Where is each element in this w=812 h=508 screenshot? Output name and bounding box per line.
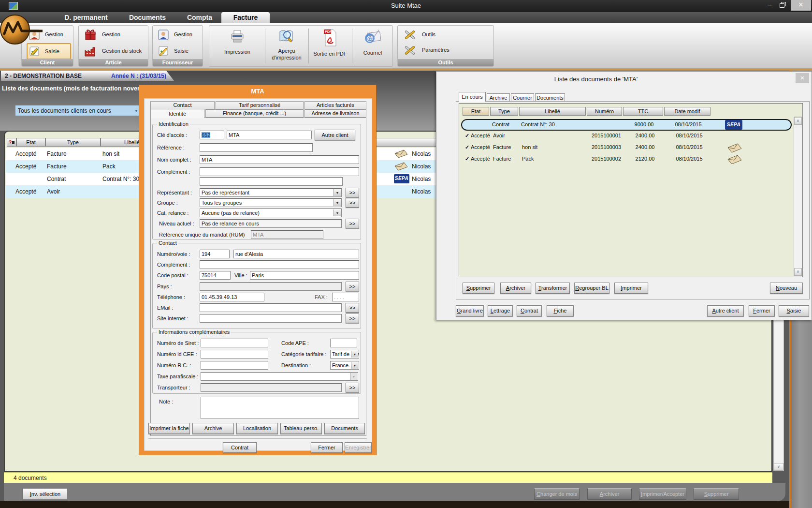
cle-acces-code-field[interactable]: 652 — [200, 131, 224, 139]
pdf-button[interactable]: PDF Sortie en PDF — [310, 28, 350, 65]
fermer-list-button[interactable]: Fermer — [749, 305, 775, 316]
article-stock-button[interactable]: Gestion du stock — [83, 44, 146, 59]
scroll-down-icon[interactable]: ∨ — [774, 463, 783, 471]
destination-select[interactable]: France.▼ — [330, 361, 359, 370]
document-filter-select[interactable]: Tous les documents clients en cours ▼ — [15, 105, 141, 116]
fermer-button[interactable]: Fermer — [311, 442, 343, 453]
tab-documents[interactable]: Documents — [535, 93, 565, 102]
dialog-tab-identite[interactable]: Identité — [150, 109, 204, 118]
complement-field-1[interactable] — [200, 167, 359, 176]
scroll-up-icon[interactable]: ∧ — [794, 117, 802, 125]
tab-facture[interactable]: Facture — [221, 12, 270, 23]
impression-button[interactable]: Impression — [212, 28, 262, 64]
table-row[interactable]: ✓ Accepté Facture Pack 2015100002 2120.0… — [461, 154, 792, 165]
cle-acces-name-field[interactable]: MTA — [227, 131, 312, 139]
supprimer-button[interactable]: Supprimer — [463, 283, 494, 294]
left-header-etat[interactable]: Etat — [16, 138, 45, 147]
archive-button[interactable]: Archive — [192, 423, 234, 434]
contact-complement-field[interactable] — [200, 260, 359, 269]
documents-button[interactable]: Documents — [324, 423, 365, 434]
cee-field[interactable] — [201, 350, 268, 359]
left-header-filter[interactable]: ? — [7, 138, 16, 147]
dialog-tab-finance[interactable]: Finance (banque, crédit ...) — [205, 109, 304, 118]
nom-complet-field[interactable]: MTA — [200, 155, 359, 164]
telephone-field[interactable]: 01.45.39.49.13 — [200, 293, 264, 301]
representant-more-button[interactable]: >> — [346, 188, 359, 197]
workspace-tab[interactable]: 2 - DEMONSTRATION BASE Année N : (31/03/… — [1, 71, 174, 81]
tab-d-permanent[interactable]: D. permanent — [57, 12, 115, 23]
contrat-list-button[interactable]: Contrat — [517, 305, 542, 316]
site-more-button[interactable]: >> — [346, 314, 359, 323]
imprimer-la-fiche-button[interactable]: Imprimer la fiche — [148, 423, 190, 434]
header-date-modif[interactable]: Date modif — [664, 107, 710, 116]
minimize-button[interactable]: – — [765, 0, 775, 11]
archiver-footer-button[interactable]: Archiver — [587, 488, 632, 500]
numero-field[interactable]: 194 — [200, 250, 230, 258]
groupe-more-button[interactable]: >> — [346, 198, 359, 208]
archiver-button[interactable]: Archiver — [500, 283, 531, 294]
nouveau-button[interactable]: Nouveau — [770, 283, 803, 294]
table-row[interactable]: ✓ Accepté Avoir 2015100001 2400.00 08/10… — [461, 131, 792, 142]
groupe-select[interactable]: Tous les groupes▼ — [200, 198, 342, 207]
apercu-button[interactable]: Aperçu d'impression — [266, 28, 307, 65]
autre-client-button[interactable]: Autre client — [315, 130, 355, 140]
contrat-button[interactable]: Contrat — [223, 442, 257, 453]
table-scrollbar[interactable]: ∧ ∨ — [794, 117, 802, 276]
tab-archive[interactable]: Archive — [487, 93, 510, 102]
imprimer-accepter-button[interactable]: Imprimer/Accepter — [639, 488, 686, 500]
tab-en-cours[interactable]: En cours — [459, 92, 486, 102]
tableau-perso-button[interactable]: Tableau perso. — [280, 423, 322, 434]
dialog-tab-tarif[interactable]: Tarif personnalisé — [216, 101, 304, 109]
complement-field-2[interactable] — [200, 177, 343, 186]
dialog-tab-livraison[interactable]: Adresse de livraison — [304, 109, 366, 118]
courriel-button[interactable]: @ Courriel — [353, 28, 392, 65]
supprimer-footer-button[interactable]: Supprimer — [694, 488, 739, 500]
rc-field[interactable] — [201, 361, 268, 370]
transporteur-more-button[interactable]: >> — [346, 383, 359, 392]
lettrage-button[interactable]: Lettrage — [488, 305, 513, 316]
site-internet-field[interactable] — [200, 314, 342, 323]
close-icon[interactable]: × — [796, 73, 809, 83]
code-postal-field[interactable]: 75014 — [200, 271, 231, 280]
localisation-button[interactable]: Localisation — [236, 423, 278, 434]
categorie-tarifaire-select[interactable]: Tarif de base▼ — [330, 350, 359, 359]
close-button[interactable]: × — [791, 0, 811, 11]
header-type[interactable]: Type — [490, 107, 518, 116]
dialog-tab-articles[interactable]: Articles facturés — [304, 101, 366, 109]
code-ape-field[interactable] — [330, 339, 357, 347]
cat-relance-select[interactable]: Aucune (pas de relance)▼ — [200, 209, 342, 217]
transformer-button[interactable]: Transformer — [536, 283, 570, 294]
header-ttc[interactable]: TTC — [623, 107, 663, 116]
saisie-list-button[interactable]: Saisie — [779, 305, 809, 316]
representant-select[interactable]: Pas de représentant▼ — [200, 188, 342, 197]
table-row[interactable]: ✓ Accepté Facture hon sit 2015100003 240… — [461, 142, 792, 154]
note-textarea[interactable] — [201, 397, 359, 419]
parametres-button[interactable]: Paramètres — [402, 43, 491, 58]
imprimer-button[interactable]: Imprimer — [614, 283, 648, 294]
autre-client-list-button[interactable]: Autre client — [707, 305, 744, 316]
tab-documents[interactable]: Documents — [122, 12, 173, 23]
regrouper-bl-button[interactable]: Regrouper BL — [574, 283, 609, 294]
niveau-more-button[interactable]: >> — [346, 219, 359, 228]
grand-livre-button[interactable]: Grand livre — [456, 305, 484, 316]
fax-field[interactable]: . . . . — [332, 293, 359, 301]
header-etat[interactable]: Etat — [463, 107, 489, 116]
siret-field[interactable] — [201, 339, 268, 347]
outils-button[interactable]: Outils — [402, 28, 491, 42]
fiche-button[interactable]: Fiche — [547, 305, 574, 316]
header-numero[interactable]: Numéro — [587, 107, 622, 116]
email-field[interactable] — [200, 303, 342, 312]
header-libelle[interactable]: Libellé — [519, 107, 586, 116]
fournisseur-gestion-button[interactable]: Gestion — [157, 28, 201, 42]
reference-field[interactable] — [200, 143, 313, 152]
voie-field[interactable]: rue d'Alesia — [233, 250, 359, 258]
ville-field[interactable]: Paris — [250, 271, 359, 280]
article-gestion-button[interactable]: Gestion — [83, 28, 146, 42]
changer-de-mois-button[interactable]: Changer de mois — [534, 488, 580, 500]
dialog-tab-contact[interactable]: Contact — [150, 101, 215, 109]
tab-courrier[interactable]: Courrier — [511, 93, 534, 102]
inv-selection-button[interactable]: Inv. sélection — [23, 488, 68, 500]
left-header-type[interactable]: Type — [45, 138, 101, 147]
pays-more-button[interactable]: >> — [346, 282, 359, 291]
fournisseur-saisie-button[interactable]: Saisie — [157, 44, 201, 59]
